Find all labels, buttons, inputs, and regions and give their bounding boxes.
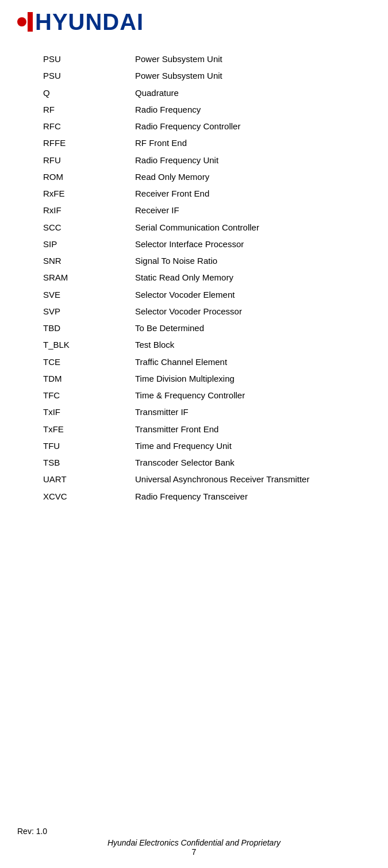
acronym-abbr: TBD — [43, 320, 135, 336]
table-row: RFFERF Front End — [43, 135, 354, 151]
acronym-definition: Radio Frequency Controller — [135, 118, 354, 135]
table-row: PSUPower Subsystem Unit — [43, 51, 354, 67]
acronym-abbr: RFU — [43, 152, 135, 168]
table-row: RxFEReceiver Front End — [43, 185, 354, 202]
acronym-abbr: SVP — [43, 303, 135, 320]
acronym-abbr: TxFE — [43, 421, 135, 437]
acronym-definition: Radio Frequency Transceiver — [135, 488, 354, 505]
header: HYUNDAI — [0, 0, 388, 39]
acronym-definition: RF Front End — [135, 135, 354, 151]
table-row: TCETraffic Channel Element — [43, 354, 354, 370]
table-row: TFUTime and Frequency Unit — [43, 437, 354, 454]
acronym-definition: Test Block — [135, 336, 354, 353]
acronym-definition: Transmitter Front End — [135, 421, 354, 437]
acronym-definition: Selector Vocoder Element — [135, 286, 354, 303]
acronym-definition: Selector Interface Processor — [135, 236, 354, 252]
table-row: RFRadio Frequency — [43, 101, 354, 118]
acronym-abbr: TCE — [43, 354, 135, 370]
acronym-abbr: Q — [43, 85, 135, 101]
logo-text: HYUNDAI — [35, 10, 144, 33]
table-row: RFURadio Frequency Unit — [43, 152, 354, 168]
acronym-definition: Receiver Front End — [135, 185, 354, 202]
acronym-definition: To Be Determined — [135, 320, 354, 336]
acronym-definition: Universal Asynchronous Receiver Transmit… — [135, 471, 354, 487]
acronym-abbr: TFC — [43, 387, 135, 404]
table-row: TxIFTransmitter IF — [43, 404, 354, 420]
acronym-abbr: PSU — [43, 51, 135, 67]
acronym-definition: Radio Frequency Unit — [135, 152, 354, 168]
acronym-abbr: T_BLK — [43, 336, 135, 353]
acronym-abbr: TSB — [43, 454, 135, 471]
acronym-abbr: TxIF — [43, 404, 135, 420]
table-row: RxIFReceiver IF — [43, 202, 354, 218]
acronym-abbr: ROM — [43, 168, 135, 185]
table-row: SVESelector Vocoder Element — [43, 286, 354, 303]
table-row: TFCTime & Frequency Controller — [43, 387, 354, 404]
acronym-abbr: SNR — [43, 252, 135, 269]
acronym-definition: Power Subsystem Unit — [135, 67, 354, 84]
logo-red-circle — [17, 17, 26, 26]
acronym-abbr: UART — [43, 471, 135, 487]
table-row: SRAMStatic Read Only Memory — [43, 269, 354, 286]
acronym-abbr: XCVC — [43, 488, 135, 505]
table-row: TDMTime Division Multiplexing — [43, 370, 354, 387]
table-row: SIPSelector Interface Processor — [43, 236, 354, 252]
acronym-abbr: RFFE — [43, 135, 135, 151]
acronym-definition: Radio Frequency — [135, 101, 354, 118]
acronym-definition: Time Division Multiplexing — [135, 370, 354, 387]
acronym-definition: Signal To Noise Ratio — [135, 252, 354, 269]
acronym-abbr: SRAM — [43, 269, 135, 286]
acronym-definition: Traffic Channel Element — [135, 354, 354, 370]
table-row: SNRSignal To Noise Ratio — [43, 252, 354, 269]
table-row: TBDTo Be Determined — [43, 320, 354, 336]
acronym-abbr: RxIF — [43, 202, 135, 218]
acronym-definition: Serial Communication Controller — [135, 219, 354, 236]
logo-icon — [17, 12, 33, 32]
acronym-definition: Time & Frequency Controller — [135, 387, 354, 404]
acronym-definition: Receiver IF — [135, 202, 354, 218]
logo-red-bar — [28, 12, 33, 32]
acronym-abbr: SCC — [43, 219, 135, 236]
acronym-abbr: SIP — [43, 236, 135, 252]
acronym-definition: Power Subsystem Unit — [135, 51, 354, 67]
footer: Rev: 1.0 Hyundai Electronics Confidentia… — [0, 827, 388, 857]
table-row: SCCSerial Communication Controller — [43, 219, 354, 236]
table-row: PSUPower Subsystem Unit — [43, 67, 354, 84]
acronym-definition: Quadrature — [135, 85, 354, 101]
table-row: XCVCRadio Frequency Transceiver — [43, 488, 354, 505]
table-row: T_BLKTest Block — [43, 336, 354, 353]
company-label: Hyundai Electronics Confidential and Pro… — [17, 838, 371, 847]
acronym-abbr: RxFE — [43, 185, 135, 202]
table-row: TxFETransmitter Front End — [43, 421, 354, 437]
acronym-definition: Read Only Memory — [135, 168, 354, 185]
acronym-abbr: RFC — [43, 118, 135, 135]
revision-label: Rev: 1.0 — [17, 827, 371, 836]
acronym-abbr: PSU — [43, 67, 135, 84]
acronym-definition: Time and Frequency Unit — [135, 437, 354, 454]
table-row: SVPSelector Vocoder Processor — [43, 303, 354, 320]
logo: HYUNDAI — [17, 10, 144, 33]
table-row: UARTUniversal Asynchronous Receiver Tran… — [43, 471, 354, 487]
acronym-definition: Static Read Only Memory — [135, 269, 354, 286]
acronym-abbr: RF — [43, 101, 135, 118]
page-number: 7 — [17, 847, 371, 857]
acronym-definition: Selector Vocoder Processor — [135, 303, 354, 320]
acronym-definition: Transmitter IF — [135, 404, 354, 420]
acronym-definition: Transcoder Selector Bank — [135, 454, 354, 471]
main-content: PSUPower Subsystem UnitPSUPower Subsyste… — [0, 39, 388, 516]
table-row: RFCRadio Frequency Controller — [43, 118, 354, 135]
table-row: QQuadrature — [43, 85, 354, 101]
acronym-abbr: SVE — [43, 286, 135, 303]
table-row: TSBTranscoder Selector Bank — [43, 454, 354, 471]
acronym-table: PSUPower Subsystem UnitPSUPower Subsyste… — [43, 51, 354, 505]
acronym-abbr: TDM — [43, 370, 135, 387]
table-row: ROMRead Only Memory — [43, 168, 354, 185]
acronym-abbr: TFU — [43, 437, 135, 454]
